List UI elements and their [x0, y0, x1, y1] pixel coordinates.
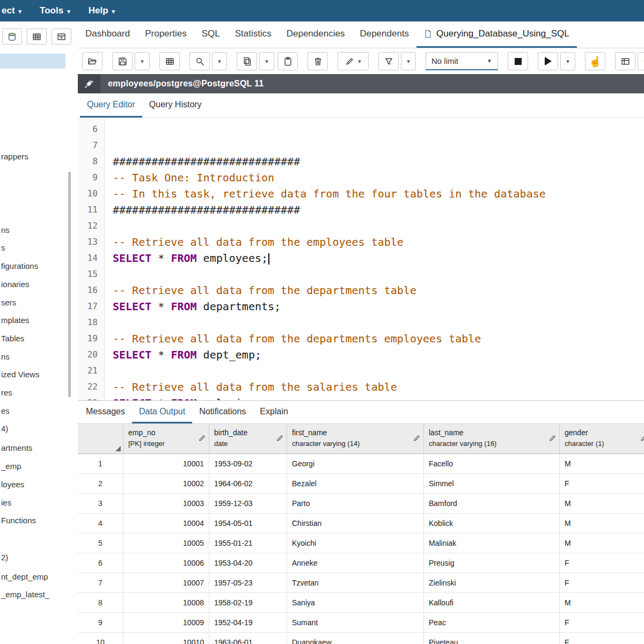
copy-button[interactable] — [237, 52, 257, 70]
sidebar-item[interactable]: ies — [1, 498, 11, 507]
code-line-19[interactable]: -- Retrieve all data from the department… — [113, 331, 644, 347]
macro-button[interactable] — [615, 52, 635, 70]
sidebar-item[interactable]: _emp — [1, 462, 21, 471]
sidebar-item[interactable]: rappers — [1, 152, 28, 161]
data-cell-emp-no[interactable]: 10006 — [123, 553, 209, 573]
code-line-23[interactable]: SELECT * FROM salaries; — [113, 395, 644, 400]
editor-code[interactable]: #############################-- Task One… — [105, 118, 644, 400]
data-cell-last-name[interactable]: Simmel — [424, 474, 560, 493]
column-header-first-name[interactable]: first_namecharacter varying (14) — [287, 424, 424, 453]
sidebar-item[interactable]: s — [1, 243, 5, 252]
data-cell-emp-no[interactable]: 10007 — [123, 573, 209, 592]
commit-button[interactable]: ☝ — [585, 52, 605, 70]
macro-menu-button[interactable]: ▾ — [638, 52, 644, 70]
row-number-cell[interactable]: 5 — [78, 533, 123, 553]
data-cell-emp-no[interactable]: 10009 — [123, 613, 209, 632]
data-cell-first-name[interactable]: Bezalel — [287, 474, 424, 493]
sidebar-item[interactable]: artments — [1, 443, 32, 452]
code-line-7[interactable] — [113, 137, 644, 153]
column-header-gender[interactable]: gendercharacter (1) — [560, 424, 644, 453]
row-limit-select[interactable]: No limit ▼ — [426, 52, 498, 70]
code-line-18[interactable] — [113, 314, 644, 331]
code-line-6[interactable] — [113, 121, 644, 137]
select-all-cell[interactable] — [78, 424, 123, 453]
data-cell-last-name[interactable]: Maliniak — [424, 533, 560, 553]
save-menu-button[interactable]: ▾ — [135, 52, 150, 70]
sidebar-item[interactable]: mplates — [1, 316, 30, 325]
data-cell-gender[interactable]: M — [560, 533, 644, 553]
data-cell-first-name[interactable]: Duangkaew — [287, 633, 424, 644]
data-cell-gender[interactable]: M — [560, 494, 644, 513]
row-number-cell[interactable]: 8 — [78, 593, 123, 612]
sidebar-item[interactable]: Tables — [1, 334, 24, 343]
data-cell-emp-no[interactable]: 10005 — [123, 533, 209, 553]
sidebar-item[interactable]: 2) — [1, 553, 8, 562]
tab-properties[interactable]: Properties — [137, 21, 194, 48]
sidebar-item[interactable]: ized Views — [1, 370, 39, 379]
column-header-emp-no[interactable]: emp_no[PK] integer — [123, 424, 209, 453]
tab-query-editor[interactable]: Query Editor — [80, 93, 142, 118]
code-line-12[interactable] — [113, 218, 644, 234]
sidebar-item[interactable]: nt_dept_emp — [1, 572, 48, 581]
data-cell-gender[interactable]: F — [560, 553, 644, 573]
tab-messages[interactable]: Messages — [79, 401, 132, 423]
code-line-14[interactable]: SELECT * FROM employees; — [113, 250, 644, 266]
open-file-button[interactable] — [82, 52, 103, 70]
row-number-cell[interactable]: 4 — [78, 514, 123, 533]
data-cell-first-name[interactable]: Sumant — [287, 613, 424, 632]
find-menu-button[interactable]: ▾ — [212, 52, 227, 70]
data-cell-gender[interactable]: M — [560, 514, 644, 533]
save-button[interactable] — [112, 52, 133, 70]
data-cell-first-name[interactable]: Georgi — [287, 454, 424, 473]
column-header-last-name[interactable]: last_namecharacter varying (16) — [424, 424, 560, 453]
data-cell-last-name[interactable]: Bamford — [424, 494, 560, 513]
tab-dashboard[interactable]: Dashboard — [78, 21, 137, 48]
data-cell-last-name[interactable]: Kalloufi — [424, 593, 560, 612]
data-cell-emp-no[interactable]: 10001 — [123, 454, 209, 473]
data-cell-first-name[interactable]: Tzvetan — [287, 573, 424, 592]
copy-menu-button[interactable]: ▾ — [259, 52, 274, 70]
sidebar-item[interactable]: res — [1, 388, 12, 397]
data-cell-birth-date[interactable]: 1953-04-20 — [209, 553, 287, 573]
row-number-cell[interactable]: 7 — [78, 573, 123, 592]
sidebar-item[interactable]: sers — [1, 298, 16, 307]
data-cell-first-name[interactable]: Kyoichi — [287, 533, 424, 553]
code-line-8[interactable]: ############################# — [113, 153, 644, 170]
tab-statistics[interactable]: Statistics — [228, 21, 279, 48]
row-number-cell[interactable]: 10 — [78, 633, 123, 644]
sidebar-item[interactable]: _emp_latest_ — [1, 590, 49, 599]
data-cell-first-name[interactable]: Saniya — [287, 593, 424, 612]
tab-querying-database-using-sql[interactable]: Querying_Database_Using_SQL — [416, 21, 577, 48]
sidebar-item[interactable]: loyees — [1, 480, 24, 489]
code-line-13[interactable]: -- Retrieve all data from the employees … — [113, 234, 644, 250]
tab-explain[interactable]: Explain — [253, 401, 295, 423]
code-line-15[interactable] — [113, 266, 644, 282]
data-cell-birth-date[interactable]: 1955-01-21 — [209, 533, 287, 553]
sidebar-item[interactable]: 4) — [1, 424, 8, 433]
data-cell-birth-date[interactable]: 1952-04-19 — [209, 613, 287, 632]
code-line-10[interactable]: -- In this task, retrieve data from the … — [113, 186, 644, 202]
cancel-query-button[interactable] — [508, 52, 528, 70]
execute-query-button[interactable] — [538, 52, 558, 70]
data-cell-birth-date[interactable]: 1958-02-19 — [209, 593, 287, 612]
code-line-9[interactable]: -- Task One: Introduction — [113, 170, 644, 186]
row-number-cell[interactable]: 2 — [78, 474, 123, 493]
sidebar-item[interactable]: es — [1, 406, 10, 415]
tab-dependencies[interactable]: Dependencies — [279, 21, 353, 48]
code-line-22[interactable]: -- Retrieve all data from the salaries t… — [113, 379, 644, 395]
data-cell-gender[interactable]: M — [560, 454, 644, 473]
data-cell-birth-date[interactable]: 1954-05-01 — [209, 514, 287, 533]
data-cell-gender[interactable]: F — [560, 474, 644, 493]
data-cell-emp-no[interactable]: 10010 — [123, 633, 209, 644]
data-cell-birth-date[interactable]: 1964-06-02 — [209, 474, 287, 493]
tab-sql[interactable]: SQL — [194, 21, 228, 48]
execute-menu-button[interactable]: ▾ — [560, 52, 575, 70]
row-number-cell[interactable]: 9 — [78, 613, 123, 632]
tab-dependents[interactable]: Dependents — [352, 21, 416, 48]
data-cell-birth-date[interactable]: 1953-09-02 — [209, 454, 287, 473]
data-cell-emp-no[interactable]: 10002 — [123, 474, 209, 493]
data-cell-gender[interactable]: F — [560, 573, 644, 592]
delete-button[interactable] — [308, 52, 328, 70]
menu-help[interactable]: Help ▾ — [79, 0, 124, 21]
edit-menu-button[interactable]: ▾ — [338, 52, 369, 70]
